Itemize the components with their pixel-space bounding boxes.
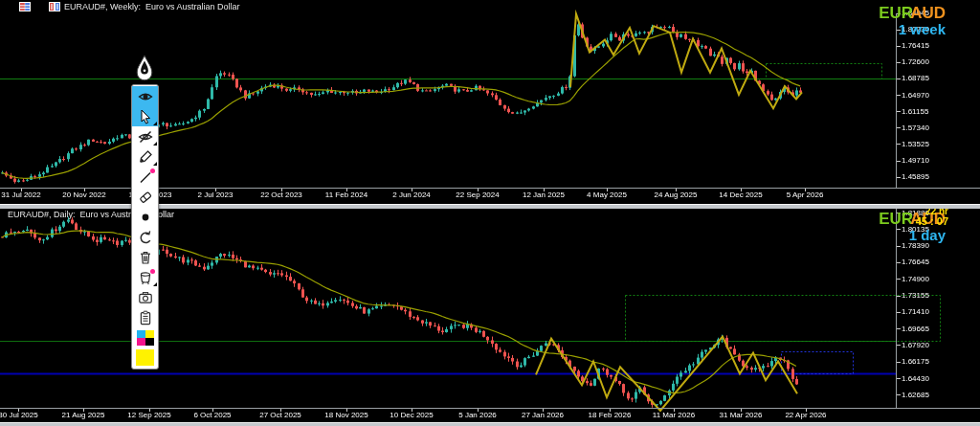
price-label: 1.74900 [902,275,929,283]
price-label: 1.71410 [902,307,929,316]
pen-drop-marker[interactable] [133,55,156,84]
watermark-base-currency: EUR [879,4,913,22]
candlestick-chart-icon [34,2,60,11]
price-label: 1.61155 [902,107,928,116]
clipboard-icon [138,310,153,325]
price-label: 1.73155 [902,291,929,300]
color-swatch[interactable] [137,330,145,338]
date-label: 18 Feb 2026 [589,411,632,419]
tool-delete[interactable] [132,247,158,267]
date-label: 14 Dec 2025 [719,191,762,199]
dot-icon [138,210,153,225]
submenu-corner-triangle [153,122,157,125]
tool-visibility[interactable] [132,86,158,106]
submenu-corner-triangle [153,162,157,166]
price-label: 1.64970 [902,91,929,100]
active-color-swatch [136,349,154,366]
date-label: 5 Jan 2026 [458,411,497,419]
watermark-base-currency: EUR [879,210,913,228]
tool-clipboard[interactable] [132,307,158,327]
price-label: 1.69665 [902,325,929,333]
camera-icon [138,290,153,305]
tool-active-color[interactable] [132,348,158,368]
date-label: 5 Apr 2026 [787,191,824,199]
date-label: 6 Oct 2025 [193,411,231,419]
date-label: 4 May 2025 [587,191,627,199]
weekly-price-axis-border [896,13,897,188]
date-label: 2 Jun 2024 [392,191,431,199]
drawing-toolbar [131,84,159,370]
price-label: 1.72600 [902,57,929,66]
watermark-quote-currency: AUD [910,4,946,22]
watermark-timeframe-weekly: 1 week [879,22,946,37]
date-label: 2 Jul 2023 [198,191,234,199]
trading-terminal: EURAUD#, Weekly: Euro vs Australian Doll… [0,0,980,426]
price-label: 1.67920 [902,341,929,349]
price-label: 1.76415 [902,41,929,50]
price-label: 1.45895 [902,172,929,181]
price-label: 1.64430 [902,374,929,383]
color-swatch[interactable] [137,338,145,346]
date-label: 18 Nov 2025 [324,411,368,419]
tool-line[interactable] [132,167,158,187]
tool-screenshot[interactable] [132,287,158,307]
price-label: 1.68785 [902,74,929,82]
chart-weekly-titlebar: EURAUD#, Weekly: Euro vs Australian Doll… [5,2,239,11]
eye-off-icon [138,129,153,145]
date-label: 20 Nov 2022 [62,191,105,199]
date-label: 22 Oct 2023 [260,191,302,199]
bottom-window-edge [0,422,980,426]
watermark-daily: EURAUD 22 hr 45 : 07 1 day [879,211,946,243]
tool-cursor[interactable] [132,106,158,126]
submenu-corner-triangle [153,142,157,146]
trash-icon [138,250,153,265]
tool-bucket[interactable] [132,267,158,287]
eraser-icon [138,190,153,205]
pink-dot-badge [150,168,155,173]
date-label: 22 Sep 2024 [456,191,499,199]
submenu-corner-triangle [153,282,157,286]
price-label: 1.76645 [902,258,929,266]
watermark-timeframe-daily: 1 day [879,228,946,243]
price-label: 1.66175 [902,357,929,366]
tool-dot[interactable] [132,207,158,227]
tool-undo[interactable] [132,227,158,247]
color-swatches [137,330,154,346]
date-label: 31 Mar 2026 [720,411,763,419]
price-label: 1.57340 [902,123,929,132]
date-label: 27 Oct 2025 [259,411,301,419]
daily-axis-border [0,408,980,409]
date-label: 24 Aug 2025 [655,191,698,199]
market-watch-icon [5,2,31,11]
date-label: 30 Jul 2025 [0,411,38,419]
date-label: 31 Jul 2022 [1,191,40,199]
price-label: 1.53525 [902,140,929,148]
candle-countdown-timer: 22 hr 45 : 07 [916,207,948,227]
date-label: 10 Dec 2025 [390,411,433,419]
date-label: 22 Apr 2026 [785,411,826,419]
price-label: 1.49710 [902,156,929,165]
color-swatch[interactable] [145,338,154,346]
watermark-weekly: EURAUD 1 week [879,5,946,37]
tool-palette[interactable] [132,327,158,348]
timer-min-sec: 45 : 07 [916,216,948,227]
eye-icon [138,89,153,104]
chart-weekly-title: EURAUD#, Weekly: Euro vs Australian Doll… [64,2,239,11]
date-label: 21 Aug 2025 [62,411,105,419]
color-swatch[interactable] [145,330,154,338]
date-label: 27 Jan 2026 [522,411,564,419]
date-label: 12 Sep 2025 [127,411,170,419]
tool-brush[interactable] [132,146,158,167]
date-label: 11 Feb 2024 [325,191,368,199]
tool-eraser[interactable] [132,187,158,207]
brush-icon [138,149,153,165]
cursor-icon [138,109,153,124]
undo-icon [138,230,153,245]
date-label: 12 Jan 2025 [523,191,565,199]
price-label: 1.62685 [902,391,929,399]
pink-dot-badge [150,269,155,274]
date-label: 11 Mar 2026 [653,411,695,419]
tool-hide-objects[interactable] [132,126,158,146]
